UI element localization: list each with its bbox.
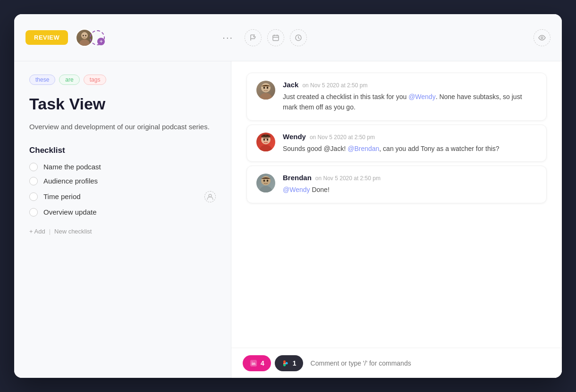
figma-icon [281,359,290,367]
comment-body-jack: Jack on Nov 5 2020 at 2:50 pm Just creat… [283,81,537,113]
comment-body-wendy: Wendy on Nov 5 2020 at 2:50 pm Sounds go… [283,133,537,154]
comment-time-jack: on Nov 5 2020 at 2:50 pm [302,82,367,89]
checklist-item: Audience profiles [29,177,216,185]
svg-point-24 [285,362,288,364]
app-window: REVIEW + ··· [14,14,562,378]
svg-point-1 [80,39,90,45]
comment-author-jack: Jack [283,81,298,89]
task-description: Overview and development of our original… [29,121,216,133]
more-options-button[interactable]: ··· [222,32,233,43]
svg-point-29 [283,364,286,366]
svg-point-16 [267,139,269,141]
svg-point-3 [83,34,84,36]
svg-point-9 [259,93,272,100]
svg-point-4 [85,34,87,36]
badge-figma[interactable]: 1 [275,355,303,371]
avatar-brendan-comment [256,174,275,192]
clock-icon [295,34,302,42]
comment-header-brendan: Brendan on Nov 5 2020 at 2:50 pm [283,174,537,182]
clock-button[interactable] [290,29,307,46]
badge-in[interactable]: in 4 [243,355,271,371]
plus-icon: + [97,38,105,45]
badges-row: in 4 [243,355,303,371]
new-checklist-button[interactable]: New checklist [54,228,92,235]
checkbox-2[interactable] [29,177,38,185]
svg-point-18 [259,186,272,192]
mention-wendy-2[interactable]: @Wendy [283,186,310,193]
flag-button[interactable] [245,29,262,46]
svg-point-12 [267,87,269,89]
svg-point-11 [263,87,265,89]
in-icon: in [249,359,258,367]
tag-tags[interactable]: tags [84,75,107,85]
comments-area: Jack on Nov 5 2020 at 2:50 pm Just creat… [231,61,562,348]
svg-point-13 [259,145,272,151]
comment-header-wendy: Wendy on Nov 5 2020 at 2:50 pm [283,133,537,141]
comment-input[interactable] [311,359,551,367]
checkbox-3[interactable] [29,192,38,201]
checkbox-4[interactable] [29,208,38,217]
checklist-item-text: Audience profiles [43,177,98,185]
comment-input-bar: in 4 [231,348,562,378]
comment-text-brendan: @Wendy Done! [283,184,537,195]
checklist-items: Name the podcast Audience profiles Time … [29,163,216,217]
add-watcher-button[interactable]: + [90,30,105,45]
svg-text:in: in [252,361,255,366]
mention-brendan[interactable]: @Brendan [347,145,379,152]
checklist-actions: + Add | New checklist [29,228,216,235]
comment-card-jack: Jack on Nov 5 2020 at 2:50 pm Just creat… [246,73,547,121]
top-bar: REVIEW + ··· [14,14,562,61]
avatar-wendy-comment [256,133,275,151]
badge-figma-count: 1 [293,359,296,367]
calendar-button[interactable] [267,29,284,46]
avatar-group: + [76,29,105,47]
comment-text-wendy: Sounds good @Jack! @Brendan, can you add… [283,143,537,154]
tag-are[interactable]: are [59,75,79,85]
checklist-item-text: Name the podcast [43,163,101,171]
tags-row: these are tags [29,75,216,85]
main-content: these are tags Task View Overview and de… [14,61,562,378]
right-header [233,29,551,46]
svg-rect-5 [273,35,279,41]
checklist-item-text: Overview update [43,208,97,216]
checklist-item: Time period [29,191,216,202]
add-item-button[interactable]: + Add [29,228,45,235]
eye-button[interactable] [534,29,551,46]
calendar-icon [272,34,280,42]
left-panel: these are tags Task View Overview and de… [14,61,231,378]
svg-point-21 [267,180,269,182]
comment-card-brendan: Brendan on Nov 5 2020 at 2:50 pm @Wendy … [246,166,547,203]
divider: | [49,228,51,235]
review-badge: REVIEW [25,30,68,45]
svg-rect-25 [283,360,286,363]
svg-point-15 [263,139,265,141]
flag-icon [249,34,257,42]
checklist-item-text: Time period [43,192,81,200]
right-panel: Jack on Nov 5 2020 at 2:50 pm Just creat… [231,61,562,378]
checklist-item: Name the podcast [29,163,216,171]
comment-text-jack: Just created a checklist in this task fo… [283,92,537,113]
task-title: Task View [29,94,216,114]
checklist-item: Overview update [29,208,216,217]
mention-wendy[interactable]: @Wendy [408,93,436,100]
user-icon [207,193,213,200]
tag-these[interactable]: these [29,75,55,85]
comment-time-brendan: on Nov 5 2020 at 2:50 pm [315,175,381,182]
svg-point-17 [261,134,271,139]
svg-point-7 [541,37,543,39]
left-header: REVIEW + ··· [25,29,233,47]
svg-point-20 [263,180,265,182]
checklist-title: Checklist [29,146,216,155]
avatar-jack-comment [256,81,275,100]
svg-point-2 [82,32,88,38]
comment-header-jack: Jack on Nov 5 2020 at 2:50 pm [283,81,537,89]
assign-user-icon[interactable] [204,191,216,202]
eye-icon [538,34,546,42]
comment-author-brendan: Brendan [283,174,312,182]
badge-in-count: 4 [261,359,264,367]
comment-body-brendan: Brendan on Nov 5 2020 at 2:50 pm @Wendy … [283,174,537,195]
comment-card-wendy: Wendy on Nov 5 2020 at 2:50 pm Sounds go… [246,125,547,162]
comment-author-wendy: Wendy [283,133,306,141]
comment-time-wendy: on Nov 5 2020 at 2:50 pm [310,134,375,141]
checkbox-1[interactable] [29,163,38,171]
